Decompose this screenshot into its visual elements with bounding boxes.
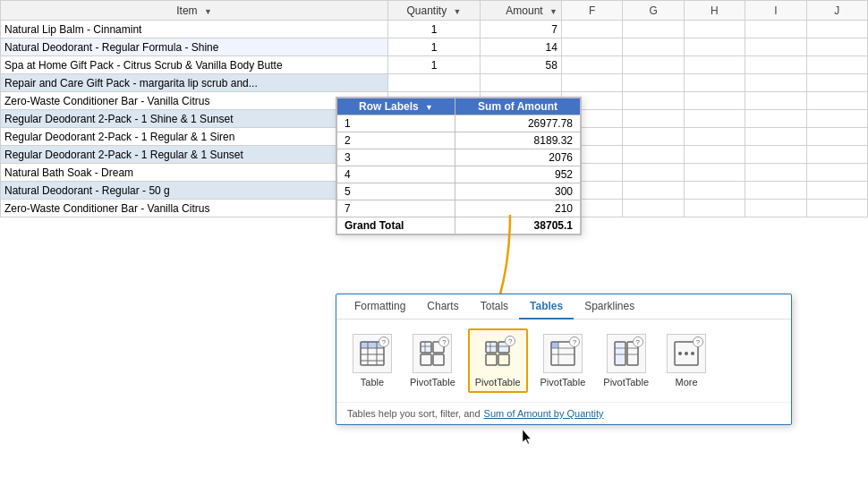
column-headers: Item ▼ Quantity ▼ Amount ▼ F G H I J <box>1 1 868 21</box>
col-g-cell <box>623 21 684 38</box>
pivot-value-cell: 300 <box>455 183 581 200</box>
col-f-cell <box>561 21 622 38</box>
pivot-row-labels-header[interactable]: Row Labels ▼ <box>337 98 455 115</box>
col-h-cell <box>684 92 745 110</box>
item-cell: Natural Deodorant - Regular - 50 g <box>1 182 388 200</box>
qa-pivot1-help[interactable]: ? <box>438 336 449 347</box>
item-cell: Zero-Waste Conditioner Bar - Vanilla Cit… <box>1 92 388 110</box>
qty-dropdown-arrow[interactable]: ▼ <box>454 7 462 16</box>
col-i-cell <box>745 74 806 92</box>
qa-pivot4-icon-box: ? <box>607 334 646 373</box>
pivot-value-cell: 210 <box>455 200 581 217</box>
item-cell: Spa at Home Gift Pack - Citrus Scrub & V… <box>1 56 388 74</box>
table-row[interactable]: Spa at Home Gift Pack - Citrus Scrub & V… <box>1 56 868 74</box>
qa-table-help[interactable]: ? <box>379 336 389 347</box>
col-h-cell <box>684 74 745 92</box>
pivot-row: 32076 <box>337 149 581 166</box>
qa-more-icon-box: ? <box>667 334 706 373</box>
amount-header[interactable]: Amount ▼ <box>480 1 561 21</box>
qa-pivot2-icon-item[interactable]: ? PivotTable <box>468 328 528 393</box>
col-h-cell <box>684 110 745 128</box>
table-row[interactable]: Natural Deodorant - Regular Formula - Sh… <box>1 38 868 56</box>
col-g-cell <box>623 38 684 56</box>
col-j-cell <box>806 164 867 182</box>
table-row[interactable]: Repair and Care Gift Pack - margarita li… <box>1 74 868 92</box>
col-i-cell <box>745 200 806 217</box>
pivot-grand-total-row: Grand Total38705.1 <box>337 217 581 234</box>
qa-pivot2-help[interactable]: ? <box>505 336 515 346</box>
svg-rect-18 <box>498 354 509 365</box>
pivot-row: 5300 <box>337 183 581 200</box>
pivot-table: Row Labels ▼ Sum of Amount 126977.782818… <box>336 97 582 235</box>
svg-rect-11 <box>421 354 431 365</box>
pivot-row: 28189.32 <box>337 132 581 149</box>
col-j-cell <box>806 21 867 38</box>
svg-rect-17 <box>486 354 497 365</box>
col-h-cell <box>684 200 745 217</box>
col-f-cell <box>561 74 622 92</box>
col-j-cell <box>806 146 867 164</box>
col-i-cell <box>745 110 806 128</box>
qa-pivot3-help[interactable]: ? <box>569 336 580 347</box>
qa-footer-link[interactable]: Sum of Amount by Quantity <box>484 408 604 419</box>
qa-pivot1-icon-item[interactable]: ? PivotTable <box>404 330 461 391</box>
quick-analysis-panel: Formatting Charts Totals Tables Sparklin… <box>336 294 792 425</box>
item-cell: Regular Deodorant 2-Pack - 1 Regular & 1… <box>1 128 388 146</box>
qa-more-icon-item[interactable]: ? More <box>661 330 711 391</box>
qa-table-label: Table <box>361 377 384 388</box>
svg-rect-7 <box>368 342 377 348</box>
svg-point-36 <box>691 352 694 355</box>
amount-cell <box>480 74 561 92</box>
table-row[interactable]: Natural Lip Balm - Cinnamint17 <box>1 21 868 38</box>
col-f-cell <box>561 56 622 74</box>
col-j-cell <box>806 128 867 146</box>
col-i-cell <box>745 38 806 56</box>
qa-more-help[interactable]: ? <box>693 336 703 347</box>
col-i-cell <box>745 182 806 200</box>
qa-table-icon-item[interactable]: ? Table <box>347 330 397 391</box>
col-g-cell <box>623 200 684 217</box>
pivot-label-cell: 7 <box>337 200 455 217</box>
pivot-filter-icon[interactable]: ▼ <box>425 103 433 112</box>
qa-pivot3-icon-item[interactable]: ? PivotTable <box>535 330 591 391</box>
grand-total-label: Grand Total <box>337 217 455 234</box>
amount-cell: 58 <box>480 56 561 74</box>
item-dropdown-arrow[interactable]: ▼ <box>204 7 212 16</box>
tab-totals[interactable]: Totals <box>470 294 519 319</box>
pivot-row: 126977.78 <box>337 115 581 132</box>
tab-tables[interactable]: Tables <box>519 294 574 319</box>
mouse-cursor <box>523 430 533 446</box>
col-j-cell <box>806 74 867 92</box>
pivot-value-cell: 952 <box>455 166 581 183</box>
item-cell: Zero-Waste Conditioner Bar - Vanilla Cit… <box>1 200 388 217</box>
svg-rect-15 <box>486 342 497 353</box>
qa-pivot4-icon-item[interactable]: ? PivotTable <box>598 330 654 391</box>
item-header[interactable]: Item ▼ <box>1 1 388 21</box>
pivot-label-cell: 1 <box>337 115 455 132</box>
col-i-cell <box>745 128 806 146</box>
col-i-cell <box>745 92 806 110</box>
tab-charts[interactable]: Charts <box>416 294 469 319</box>
quantity-cell: 1 <box>388 38 481 56</box>
quantity-cell: 1 <box>388 21 481 38</box>
col-g-cell <box>623 74 684 92</box>
col-h-cell <box>684 182 745 200</box>
col-h-cell <box>684 128 745 146</box>
pivot-label-cell: 4 <box>337 166 455 183</box>
qa-table-icon-box: ? <box>353 334 392 373</box>
col-i-cell <box>745 164 806 182</box>
quantity-cell <box>388 74 481 92</box>
tab-formatting[interactable]: Formatting <box>344 294 416 319</box>
qa-pivot4-help[interactable]: ? <box>633 336 643 347</box>
pivot-row: 4952 <box>337 166 581 183</box>
quantity-header[interactable]: Quantity ▼ <box>388 1 481 21</box>
col-g-cell <box>623 182 684 200</box>
col-f-cell <box>561 38 622 56</box>
tab-sparklines[interactable]: Sparklines <box>574 294 645 319</box>
pivot-value-cell: 2076 <box>455 149 581 166</box>
qa-pivot2-label: PivotTable <box>475 377 521 388</box>
amt-dropdown-arrow[interactable]: ▼ <box>549 7 557 16</box>
pivot-value-cell: 8189.32 <box>455 132 581 149</box>
amount-cell: 14 <box>480 38 561 56</box>
col-i-cell <box>745 56 806 74</box>
